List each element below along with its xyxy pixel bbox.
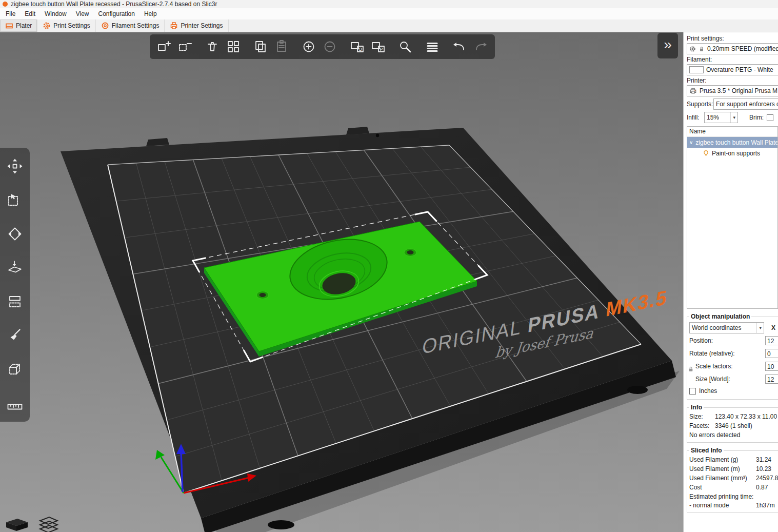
- menu-view[interactable]: View: [71, 8, 94, 19]
- copy-icon: [253, 39, 268, 54]
- info-title: Info: [689, 404, 704, 411]
- menu-file[interactable]: File: [1, 8, 20, 19]
- estimated-time-label: Estimated printing time:: [689, 493, 753, 500]
- cost-label: Cost: [689, 484, 702, 491]
- axis-x-label: X: [771, 324, 775, 331]
- expander-chevron-icon[interactable]: ∨: [689, 140, 693, 145]
- print-settings-value: 0.20mm SPEED (modified): [707, 45, 778, 52]
- seam-painting-tool-button[interactable]: [5, 360, 25, 379]
- paste-button[interactable]: [272, 37, 291, 56]
- object-list-header: Name: [687, 127, 777, 137]
- split-to-parts-button[interactable]: P: [369, 37, 387, 56]
- child-name: Paint-on supports: [712, 150, 760, 157]
- double-chevron-icon: »: [664, 36, 672, 53]
- rotate-icon: [6, 225, 24, 243]
- preview-view-button[interactable]: [35, 516, 62, 532]
- object-list-child-item[interactable]: Paint-on supports: [687, 148, 777, 159]
- arrange-icon: [226, 39, 241, 54]
- rotate-tool-button[interactable]: [5, 225, 25, 243]
- cut-icon: [6, 293, 24, 310]
- add-instance-icon: [301, 39, 316, 54]
- seam-cube-icon: [6, 361, 24, 378]
- used-filament-m-label: Used Filament (m): [689, 465, 740, 472]
- supports-value: For support enforcers o: [716, 101, 778, 108]
- position-x-field[interactable]: 12: [765, 336, 778, 345]
- coordinates-value: World coordinates: [692, 324, 742, 331]
- menu-bar: File Edit Window View Configuration Help: [0, 8, 778, 19]
- chevron-down-icon: ▾: [756, 323, 762, 333]
- move-tool-button[interactable]: [5, 157, 25, 175]
- add-object-button[interactable]: [155, 37, 173, 56]
- prusa-logo-icon: [3, 2, 8, 7]
- svg-text:O: O: [358, 47, 362, 52]
- uniform-scale-lock-icon[interactable]: [688, 365, 694, 373]
- inches-checkbox[interactable]: [689, 388, 696, 395]
- printer-combo[interactable]: Prusa 3.5 * Original Prusa M: [687, 85, 778, 96]
- filament-combo[interactable]: Overature PETG - White: [687, 64, 778, 75]
- rotate-x-field[interactable]: 0: [765, 349, 778, 358]
- add-instance-button[interactable]: [300, 37, 318, 56]
- used-filament-g-value: 31.24: [756, 456, 778, 463]
- size-info-value: 123.40 x 72.33 x 11.00: [715, 413, 777, 420]
- scale-icon: [6, 191, 24, 209]
- redo-button[interactable]: [471, 37, 490, 56]
- infill-combo[interactable]: 15% ▾: [704, 112, 738, 123]
- filament-color-swatch: [689, 66, 704, 73]
- redo-icon: [473, 39, 488, 54]
- remove-instance-button[interactable]: [321, 37, 339, 56]
- arrange-button[interactable]: [224, 37, 243, 56]
- rotate-label: Rotate (relative):: [689, 350, 735, 357]
- delete-all-button[interactable]: [203, 37, 222, 56]
- gear-icon: [689, 46, 696, 52]
- 3d-viewport[interactable]: ORIGINAL PRUSA MK3.5 by Josef Prusa: [0, 32, 683, 532]
- tab-plater[interactable]: Plater: [0, 19, 37, 32]
- scene-canvas[interactable]: ORIGINAL PRUSA MK3.5 by Josef Prusa: [0, 32, 683, 532]
- object-list-item[interactable]: ∨ zigbee touch button Wall Plate: [687, 137, 777, 148]
- scale-tool-button[interactable]: [5, 191, 25, 209]
- undo-icon: [452, 39, 467, 54]
- coordinates-combo[interactable]: World coordinates ▾: [689, 322, 764, 333]
- used-filament-mm3-value: 24597.8: [756, 475, 778, 482]
- paint-on-supports-tool-button[interactable]: [5, 326, 25, 345]
- sliced-info-title: Sliced Info: [689, 447, 724, 454]
- printer-label: Printer:: [687, 77, 778, 84]
- view-mode-toggles: [3, 516, 62, 532]
- remove-object-button[interactable]: [176, 37, 194, 56]
- split-to-objects-button[interactable]: O: [348, 37, 366, 56]
- cut-tool-button[interactable]: [5, 292, 25, 311]
- remove-object-icon: [177, 39, 193, 54]
- undo-button[interactable]: [450, 37, 469, 56]
- copy-button[interactable]: [251, 37, 270, 56]
- scale-x-field[interactable]: 10: [765, 362, 778, 371]
- tab-printer-settings[interactable]: Printer Settings: [165, 19, 228, 32]
- chevron-down-icon: ▾: [730, 112, 735, 123]
- size-label: Size [World]:: [695, 376, 730, 383]
- collapse-sidebar-button[interactable]: »: [657, 33, 678, 58]
- filament-spool-icon: [101, 22, 109, 30]
- split-to-objects-icon: O: [349, 39, 365, 54]
- search-button[interactable]: [396, 37, 414, 56]
- menu-window[interactable]: Window: [40, 8, 71, 19]
- facets-value: 3346 (1 shell): [715, 422, 752, 429]
- measure-tool-button[interactable]: [5, 394, 25, 412]
- supports-combo[interactable]: For support enforcers o: [713, 98, 778, 110]
- brim-checkbox[interactable]: [767, 114, 773, 121]
- inches-label: Inches: [699, 387, 717, 395]
- menu-help[interactable]: Help: [139, 8, 162, 19]
- position-label: Position:: [689, 337, 713, 344]
- tab-filament-settings[interactable]: Filament Settings: [96, 19, 165, 32]
- size-x-field[interactable]: 12: [765, 375, 778, 384]
- editor-view-button[interactable]: [3, 516, 30, 532]
- print-settings-label: Print settings:: [687, 35, 778, 42]
- tab-print-settings[interactable]: Print Settings: [37, 19, 95, 32]
- place-on-face-tool-button[interactable]: [5, 259, 25, 277]
- used-filament-mm3-label: Used Filament (mm³): [689, 475, 747, 482]
- variable-layer-height-button[interactable]: [423, 37, 442, 56]
- print-settings-combo[interactable]: 0.20mm SPEED (modified): [687, 43, 778, 54]
- menu-configuration[interactable]: Configuration: [94, 8, 139, 19]
- sliced-info-group: Sliced Info Used Filament (g) 31.24 Used…: [687, 447, 778, 513]
- info-group: Info Size: 123.40 x 72.33 x 11.00 Facets…: [687, 404, 778, 443]
- menu-edit[interactable]: Edit: [20, 8, 40, 19]
- printer-icon: [689, 87, 697, 94]
- object-name: zigbee touch button Wall Plate: [695, 139, 778, 146]
